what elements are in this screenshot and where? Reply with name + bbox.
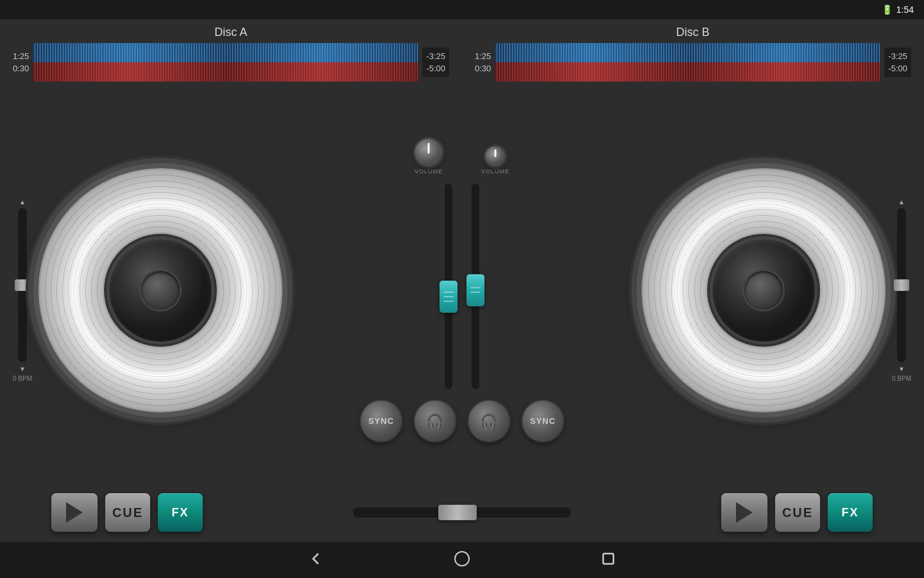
- fader-a-track[interactable]: [445, 184, 452, 389]
- volume-knob-a-group: VOLUME: [415, 139, 443, 175]
- disc-a-time1: 1:25: [13, 51, 29, 61]
- bpm-slider-b: ▲ ▼ 0 BPM: [892, 198, 911, 382]
- volume-b-label: VOLUME: [481, 168, 509, 175]
- bpm-a-thumb[interactable]: [15, 279, 30, 291]
- fader-b-track[interactable]: [472, 184, 479, 389]
- turntable-b-center: [744, 271, 783, 310]
- left-section: ▲ ▼ 0 BPM: [13, 168, 398, 412]
- disc-b-remaining1: -3:25: [888, 51, 907, 61]
- main-controls: ▲ ▼ 0 BPM V: [0, 87, 924, 493]
- disc-b-controls: CUE FX: [721, 493, 873, 532]
- disc-a-label: Disc A: [214, 26, 247, 39]
- waveform-b-canvas[interactable]: [495, 43, 880, 82]
- waveform-b: 1:25 0:30 -3:25 -5:00: [475, 43, 911, 82]
- status-bar: 🔋 1:54: [0, 0, 924, 19]
- right-section: ▲ ▼ 0 BPM: [526, 168, 911, 412]
- crossfader-track[interactable]: [353, 507, 571, 518]
- crossfader-thumb[interactable]: [438, 505, 477, 520]
- bpm-b-thumb[interactable]: [894, 279, 909, 291]
- waveform-a-canvas[interactable]: [33, 43, 418, 82]
- play-a-button[interactable]: [51, 493, 98, 532]
- bpm-a-down-icon[interactable]: ▼: [16, 365, 29, 372]
- disc-b-time1: 1:25: [475, 51, 491, 61]
- fader-a-line3: [443, 301, 454, 302]
- nav-back-button[interactable]: [307, 550, 325, 570]
- cue-b-button[interactable]: CUE: [775, 493, 820, 532]
- turntable-a-inner: [109, 239, 212, 342]
- disc-labels: Disc A Disc B: [0, 19, 924, 43]
- headphone-a-icon: 🎧: [426, 413, 444, 430]
- home-icon: [453, 550, 471, 568]
- disc-b-remaining2: -5:00: [888, 64, 907, 73]
- waveform-b-bottom: [495, 62, 880, 82]
- cue-a-button[interactable]: CUE: [105, 493, 150, 532]
- turntable-a[interactable]: [38, 168, 282, 412]
- fx-a-button[interactable]: FX: [158, 493, 203, 532]
- volume-a-label: VOLUME: [415, 168, 443, 175]
- fader-b-lines: [470, 287, 481, 293]
- waveform-a-end-times: -3:25 -5:00: [422, 48, 449, 77]
- bpm-a-controls: ▲ ▼: [16, 198, 29, 372]
- waveform-b-times: 1:25 0:30: [475, 51, 491, 73]
- waveform-a-bottom: [33, 62, 418, 82]
- play-b-button[interactable]: [721, 493, 767, 532]
- headphone-b-icon: 🎧: [480, 413, 498, 430]
- fader-b-group: [472, 184, 479, 389]
- disc-a-remaining2: -5:00: [426, 64, 445, 73]
- back-icon: [307, 550, 325, 568]
- bpm-a-label: 0 BPM: [13, 375, 32, 382]
- waveform-a-top: [33, 43, 418, 62]
- faders-row: [445, 184, 479, 389]
- bottom-controls: CUE FX CUE FX: [0, 493, 924, 542]
- nav-bar: [0, 542, 924, 578]
- bpm-b-track[interactable]: [897, 208, 906, 362]
- dj-app: Disc A Disc B 1:25 0:30 -3:25 -5:00 1:25…: [0, 19, 924, 542]
- turntable-b-inner: [712, 239, 815, 342]
- headphone-a-button[interactable]: 🎧: [415, 401, 456, 442]
- waveform-a: 1:25 0:30 -3:25 -5:00: [13, 43, 449, 82]
- headphone-b-button[interactable]: 🎧: [468, 401, 509, 442]
- turntable-b[interactable]: [642, 168, 886, 412]
- fader-a-line2: [443, 296, 454, 297]
- svg-rect-1: [603, 554, 613, 564]
- disc-b-time2: 0:30: [475, 64, 491, 73]
- volume-knob-b-group: VOLUME: [481, 146, 509, 175]
- bpm-b-down-icon[interactable]: ▼: [895, 365, 908, 372]
- fx-b-button[interactable]: FX: [828, 493, 873, 532]
- waveform-a-times: 1:25 0:30: [13, 51, 29, 73]
- knobs-row: VOLUME VOLUME: [415, 139, 509, 175]
- bpm-b-up-icon[interactable]: ▲: [895, 198, 908, 206]
- bpm-b-controls: ▲ ▼: [895, 198, 908, 372]
- nav-home-button[interactable]: [453, 550, 471, 570]
- fader-a-thumb[interactable]: [440, 281, 458, 313]
- bpm-a-track[interactable]: [18, 208, 27, 362]
- volume-knob-a[interactable]: [415, 139, 443, 167]
- waveform-b-top: [495, 43, 880, 62]
- bpm-slider-a: ▲ ▼ 0 BPM: [13, 198, 32, 382]
- nav-recent-button[interactable]: [599, 550, 617, 570]
- fader-b-line1: [470, 287, 481, 288]
- fader-a-lines: [443, 292, 454, 302]
- disc-a-time2: 0:30: [13, 64, 29, 73]
- battery-icon: 🔋: [882, 4, 893, 15]
- recent-apps-icon: [599, 550, 617, 568]
- bpm-b-label: 0 BPM: [892, 375, 911, 382]
- crossfader-section: [203, 507, 721, 518]
- center-mixer: VOLUME VOLUME: [398, 139, 526, 442]
- play-b-icon: [736, 502, 753, 523]
- fader-b-line2: [470, 292, 481, 293]
- turntable-a-center: [141, 271, 180, 310]
- disc-a-controls: CUE FX: [51, 493, 203, 532]
- disc-a-remaining1: -3:25: [426, 51, 445, 61]
- waveform-b-end-times: -3:25 -5:00: [884, 48, 911, 77]
- waveforms-row: 1:25 0:30 -3:25 -5:00 1:25 0:30: [0, 43, 924, 82]
- volume-knob-b[interactable]: [485, 146, 506, 167]
- svg-point-0: [455, 552, 469, 566]
- fader-a-group: [445, 184, 452, 389]
- fader-b-thumb[interactable]: [466, 274, 484, 306]
- status-time: 1:54: [896, 4, 914, 15]
- disc-b-label: Disc B: [676, 26, 710, 39]
- bpm-a-up-icon[interactable]: ▲: [16, 198, 29, 206]
- sync-a-button[interactable]: SYNC: [361, 401, 402, 442]
- play-a-icon: [66, 502, 83, 523]
